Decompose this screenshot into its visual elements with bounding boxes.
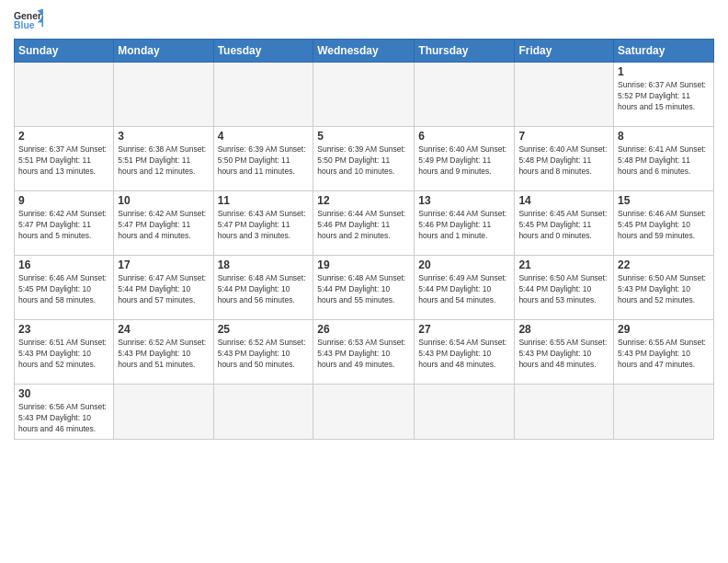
calendar-cell: 1Sunrise: 6:37 AM Sunset: 5:52 PM Daylig… [614,63,714,127]
calendar-cell: 8Sunrise: 6:41 AM Sunset: 5:48 PM Daylig… [614,127,714,191]
day-number: 1 [618,65,710,78]
day-info: Sunrise: 6:52 AM Sunset: 5:43 PM Dayligh… [218,338,310,371]
day-number: 18 [218,259,310,271]
calendar-cell [15,63,114,127]
calendar-cell [313,63,415,127]
calendar-cell: 10Sunrise: 6:42 AM Sunset: 5:47 PM Dayli… [114,191,213,256]
weekday-header: Sunday [15,40,114,63]
weekday-header: Saturday [614,40,714,63]
day-number: 24 [118,323,209,336]
calendar-cell: 19Sunrise: 6:48 AM Sunset: 5:44 PM Dayli… [313,256,415,320]
day-number: 17 [118,259,209,271]
svg-text:Blue: Blue [14,20,35,30]
day-info: Sunrise: 6:51 AM Sunset: 5:43 PM Dayligh… [18,338,109,371]
calendar-cell: 30Sunrise: 6:56 AM Sunset: 5:43 PM Dayli… [15,385,114,440]
calendar-cell [614,385,714,440]
calendar-cell: 28Sunrise: 6:55 AM Sunset: 5:43 PM Dayli… [515,320,614,385]
day-info: Sunrise: 6:48 AM Sunset: 5:44 PM Dayligh… [317,273,410,306]
day-number: 16 [18,259,109,271]
calendar-cell: 17Sunrise: 6:47 AM Sunset: 5:44 PM Dayli… [114,256,213,320]
calendar-cell [213,385,313,440]
day-info: Sunrise: 6:42 AM Sunset: 5:47 PM Dayligh… [118,209,209,242]
calendar-cell: 24Sunrise: 6:52 AM Sunset: 5:43 PM Dayli… [114,320,213,385]
day-info: Sunrise: 6:50 AM Sunset: 5:43 PM Dayligh… [618,273,710,306]
page-header: General Blue [14,9,714,31]
calendar-cell: 15Sunrise: 6:46 AM Sunset: 5:45 PM Dayli… [614,191,714,256]
day-info: Sunrise: 6:41 AM Sunset: 5:48 PM Dayligh… [618,144,710,178]
day-info: Sunrise: 6:55 AM Sunset: 5:43 PM Dayligh… [518,338,609,371]
day-info: Sunrise: 6:47 AM Sunset: 5:44 PM Dayligh… [118,273,209,306]
calendar-cell: 23Sunrise: 6:51 AM Sunset: 5:43 PM Dayli… [15,320,114,385]
day-number: 27 [418,323,510,336]
calendar-cell [114,385,213,440]
calendar-cell [515,385,614,440]
day-number: 23 [18,323,109,336]
day-number: 30 [18,387,109,400]
calendar-cell [415,63,515,127]
day-number: 22 [618,259,710,271]
day-number: 7 [518,130,609,143]
weekday-header: Wednesday [313,40,415,63]
calendar-table: SundayMondayTuesdayWednesdayThursdayFrid… [14,39,714,440]
day-number: 2 [18,130,109,143]
weekday-header: Friday [515,40,614,63]
weekday-header: Tuesday [213,40,313,63]
day-info: Sunrise: 6:50 AM Sunset: 5:44 PM Dayligh… [518,273,609,306]
day-number: 25 [218,323,310,336]
day-info: Sunrise: 6:40 AM Sunset: 5:49 PM Dayligh… [418,144,510,178]
calendar-cell [114,63,213,127]
day-number: 15 [618,194,710,207]
day-number: 29 [618,323,710,336]
day-info: Sunrise: 6:39 AM Sunset: 5:50 PM Dayligh… [317,144,410,178]
calendar-cell: 20Sunrise: 6:49 AM Sunset: 5:44 PM Dayli… [415,256,515,320]
day-number: 8 [618,130,710,143]
calendar-cell: 9Sunrise: 6:42 AM Sunset: 5:47 PM Daylig… [15,191,114,256]
calendar-cell: 11Sunrise: 6:43 AM Sunset: 5:47 PM Dayli… [213,191,313,256]
day-info: Sunrise: 6:54 AM Sunset: 5:43 PM Dayligh… [418,338,510,371]
calendar-cell [515,63,614,127]
day-number: 28 [518,323,609,336]
day-info: Sunrise: 6:44 AM Sunset: 5:46 PM Dayligh… [317,209,410,242]
day-info: Sunrise: 6:56 AM Sunset: 5:43 PM Dayligh… [18,402,109,435]
calendar-cell: 26Sunrise: 6:53 AM Sunset: 5:43 PM Dayli… [313,320,415,385]
day-info: Sunrise: 6:37 AM Sunset: 5:51 PM Dayligh… [18,144,109,178]
day-info: Sunrise: 6:38 AM Sunset: 5:51 PM Dayligh… [118,144,209,178]
day-info: Sunrise: 6:46 AM Sunset: 5:45 PM Dayligh… [618,209,710,242]
day-info: Sunrise: 6:52 AM Sunset: 5:43 PM Dayligh… [118,338,209,371]
calendar-cell: 27Sunrise: 6:54 AM Sunset: 5:43 PM Dayli… [415,320,515,385]
day-number: 5 [317,130,410,143]
day-number: 3 [118,130,209,143]
day-number: 11 [218,194,310,207]
day-info: Sunrise: 6:53 AM Sunset: 5:43 PM Dayligh… [317,338,410,371]
day-info: Sunrise: 6:46 AM Sunset: 5:45 PM Dayligh… [18,273,109,306]
calendar-cell: 25Sunrise: 6:52 AM Sunset: 5:43 PM Dayli… [213,320,313,385]
calendar-cell: 4Sunrise: 6:39 AM Sunset: 5:50 PM Daylig… [213,127,313,191]
day-info: Sunrise: 6:48 AM Sunset: 5:44 PM Dayligh… [218,273,310,306]
day-info: Sunrise: 6:40 AM Sunset: 5:48 PM Dayligh… [518,144,609,178]
calendar-cell [415,385,515,440]
calendar-cell: 22Sunrise: 6:50 AM Sunset: 5:43 PM Dayli… [614,256,714,320]
day-info: Sunrise: 6:55 AM Sunset: 5:43 PM Dayligh… [618,338,710,371]
day-number: 12 [317,194,410,207]
day-info: Sunrise: 6:39 AM Sunset: 5:50 PM Dayligh… [218,144,310,178]
day-number: 4 [218,130,310,143]
day-info: Sunrise: 6:42 AM Sunset: 5:47 PM Dayligh… [18,209,109,242]
calendar-cell: 16Sunrise: 6:46 AM Sunset: 5:45 PM Dayli… [15,256,114,320]
calendar-cell: 14Sunrise: 6:45 AM Sunset: 5:45 PM Dayli… [515,191,614,256]
calendar-cell: 21Sunrise: 6:50 AM Sunset: 5:44 PM Dayli… [515,256,614,320]
day-number: 14 [518,194,609,207]
day-info: Sunrise: 6:49 AM Sunset: 5:44 PM Dayligh… [418,273,510,306]
calendar-cell: 18Sunrise: 6:48 AM Sunset: 5:44 PM Dayli… [213,256,313,320]
logo: General Blue [14,9,47,31]
day-info: Sunrise: 6:45 AM Sunset: 5:45 PM Dayligh… [518,209,609,242]
day-number: 10 [118,194,209,207]
calendar-cell: 3Sunrise: 6:38 AM Sunset: 5:51 PM Daylig… [114,127,213,191]
day-info: Sunrise: 6:44 AM Sunset: 5:46 PM Dayligh… [418,209,510,242]
calendar-cell: 13Sunrise: 6:44 AM Sunset: 5:46 PM Dayli… [415,191,515,256]
day-number: 21 [518,259,609,271]
day-number: 19 [317,259,410,271]
day-info: Sunrise: 6:43 AM Sunset: 5:47 PM Dayligh… [218,209,310,242]
calendar-cell: 7Sunrise: 6:40 AM Sunset: 5:48 PM Daylig… [515,127,614,191]
weekday-header: Thursday [415,40,515,63]
calendar-cell: 12Sunrise: 6:44 AM Sunset: 5:46 PM Dayli… [313,191,415,256]
